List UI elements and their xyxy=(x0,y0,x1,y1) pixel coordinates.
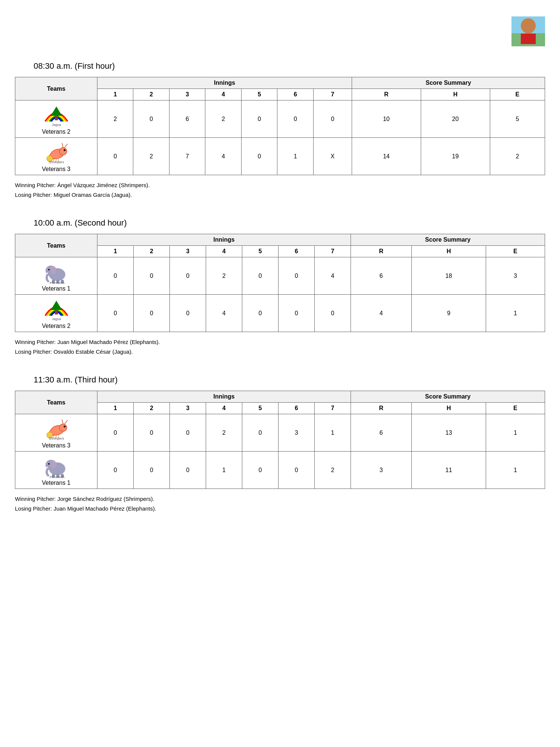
svg-line-31 xyxy=(62,419,63,424)
inning-3: 0 xyxy=(170,295,206,332)
team-name: Veterans 2 xyxy=(42,128,71,135)
summary-col-e: E xyxy=(486,246,545,257)
summary-r: 4 xyxy=(351,295,412,332)
summary-col-e: E xyxy=(486,403,545,414)
svg-point-29 xyxy=(63,426,65,428)
pitcher-info-2: Winning Pitcher: Juan Miguel Machado Pér… xyxy=(15,337,545,356)
teams-header: Teams xyxy=(15,77,97,100)
innings-col-3: 3 xyxy=(169,89,205,100)
inning-5: 0 xyxy=(241,138,277,175)
losing-pitcher: Losing Pitcher: Osvaldo Estable César (J… xyxy=(15,347,545,357)
inning-2: 0 xyxy=(134,257,170,295)
inning-6: 0 xyxy=(277,100,313,138)
svg-text:Elephants: Elephants xyxy=(49,475,65,478)
table-row: Jagua Veterans 2206200010205 xyxy=(15,100,545,138)
summary-h: 13 xyxy=(412,414,486,452)
innings-col-5: 5 xyxy=(242,403,279,414)
summary-col-r: R xyxy=(351,246,412,257)
innings-header: Innings xyxy=(97,391,351,403)
inning-2: 0 xyxy=(134,452,170,489)
innings-col-1: 1 xyxy=(97,246,134,257)
svg-marker-25 xyxy=(51,301,62,310)
inning-7: 2 xyxy=(315,452,351,489)
innings-col-4: 4 xyxy=(206,246,242,257)
table-row: Jagua Veterans 20004000491 xyxy=(15,295,545,332)
innings-col-7: 7 xyxy=(313,89,352,100)
inning-7: 1 xyxy=(315,414,351,452)
inning-5: 0 xyxy=(242,414,279,452)
summary-col-r: R xyxy=(351,403,412,414)
inning-4: 2 xyxy=(206,257,242,295)
summary-r: 14 xyxy=(352,138,421,175)
inning-7: 0 xyxy=(315,295,351,332)
author-section xyxy=(511,15,545,46)
winning-pitcher: Winning Pitcher: Juan Miguel Machado Pér… xyxy=(15,337,545,347)
svg-text:Elephants: Elephants xyxy=(49,281,65,284)
summary-e: 1 xyxy=(486,295,545,332)
innings-col-5: 5 xyxy=(241,89,277,100)
svg-rect-4 xyxy=(521,34,536,44)
inning-6: 1 xyxy=(277,138,313,175)
svg-text:Jagua: Jagua xyxy=(52,123,61,127)
teams-header: Teams xyxy=(15,234,97,257)
innings-col-7: 7 xyxy=(315,246,351,257)
team-name: Veterans 1 xyxy=(42,480,71,486)
innings-col-6: 6 xyxy=(279,246,315,257)
inning-3: 0 xyxy=(170,414,206,452)
team-cell-0: Jagua Veterans 2 xyxy=(15,100,97,138)
summary-col-h: H xyxy=(412,246,486,257)
innings-col-7: 7 xyxy=(315,403,351,414)
summary-e: 5 xyxy=(490,100,545,138)
summary-e: 1 xyxy=(486,452,545,489)
summary-col-h: H xyxy=(421,89,490,100)
summary-r: 10 xyxy=(352,100,421,138)
summary-h: 19 xyxy=(421,138,490,175)
logo-elephants: Elephants xyxy=(41,454,71,478)
game-time-1: 08:30 a.m. (First hour) xyxy=(34,61,545,71)
svg-text:Shrimpers: Shrimpers xyxy=(49,437,64,440)
logo-jagua: Jagua xyxy=(41,297,71,321)
innings-col-4: 4 xyxy=(205,89,241,100)
logo-elephants: Elephants xyxy=(41,260,71,284)
innings-col-3: 3 xyxy=(170,246,206,257)
pitcher-info-3: Winning Pitcher: Jorge Sánchez Rodríguez… xyxy=(15,494,545,513)
summary-col-r: R xyxy=(352,89,421,100)
inning-2: 0 xyxy=(133,100,169,138)
summary-header: Score Summary xyxy=(351,234,545,246)
innings-col-6: 6 xyxy=(279,403,315,414)
innings-col-4: 4 xyxy=(206,403,242,414)
svg-rect-6 xyxy=(55,116,58,120)
inning-2: 0 xyxy=(134,295,170,332)
svg-rect-3 xyxy=(522,22,535,25)
svg-point-20 xyxy=(50,266,56,274)
innings-col-5: 5 xyxy=(242,246,279,257)
inning-3: 0 xyxy=(170,257,206,295)
svg-point-39 xyxy=(48,463,50,465)
team-cell-1: Elephants Veterans 1 xyxy=(15,452,97,489)
innings-col-2: 2 xyxy=(133,89,169,100)
innings-col-3: 3 xyxy=(170,403,206,414)
inning-6: 0 xyxy=(279,452,315,489)
summary-h: 18 xyxy=(412,257,486,295)
summary-h: 20 xyxy=(421,100,490,138)
table-row: Shrimpers Veterans 300020316131 xyxy=(15,414,545,452)
team-name: Veterans 3 xyxy=(42,166,71,173)
svg-rect-26 xyxy=(55,310,58,314)
games-container: 08:30 a.m. (First hour)TeamsInningsScore… xyxy=(15,61,545,513)
logo-shrimpers: Shrimpers xyxy=(41,140,71,164)
inning-1: 0 xyxy=(97,257,134,295)
svg-line-10 xyxy=(65,144,68,148)
svg-text:Shrimpers: Shrimpers xyxy=(49,160,64,164)
summary-e: 1 xyxy=(486,414,545,452)
innings-col-1: 1 xyxy=(97,89,133,100)
svg-text:Jagua: Jagua xyxy=(52,317,61,321)
svg-marker-5 xyxy=(51,106,62,116)
innings-header: Innings xyxy=(97,77,352,89)
inning-6: 0 xyxy=(279,295,315,332)
svg-point-19 xyxy=(48,269,50,270)
summary-h: 11 xyxy=(412,452,486,489)
author-photo xyxy=(511,16,545,46)
inning-1: 0 xyxy=(97,414,134,452)
team-name: Veterans 2 xyxy=(42,323,71,329)
inning-5: 0 xyxy=(242,452,279,489)
